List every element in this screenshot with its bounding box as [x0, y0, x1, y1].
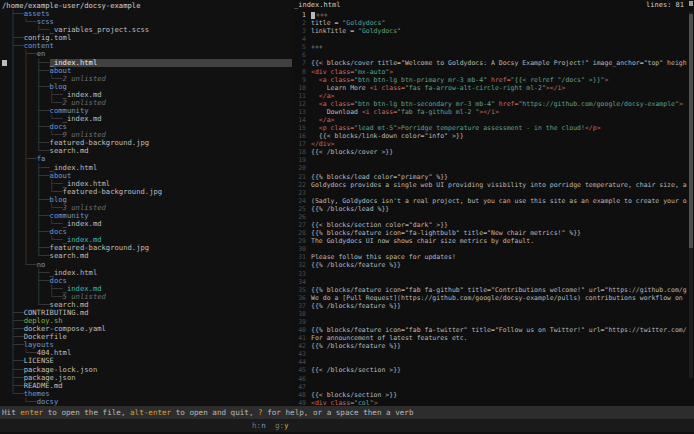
text-segment: alt-enter: [130, 408, 171, 417]
line-number: 22: [292, 181, 306, 189]
text-segment: Hit: [2, 408, 20, 417]
code-line: 31Please follow this space for updates!: [292, 253, 688, 261]
code-line: 16 {{< blocks/link-down color="info" >}}: [292, 132, 688, 140]
file-name: 2 unlisted: [63, 75, 106, 83]
text-segment: ></i>: [546, 84, 566, 92]
code-line: 13 Download <i class="fab fa-github ml-2…: [292, 108, 688, 116]
text-segment: "col": [354, 399, 374, 406]
code-line: 32{{% /blocks/feature %}}: [292, 261, 688, 269]
code-line: 12 <a class="btn btn-lg btn-secondary mr…: [292, 100, 688, 108]
text-segment: >: [679, 100, 683, 108]
text-segment: title =: [311, 19, 342, 27]
line-number: 6: [292, 51, 306, 59]
line-number: 23: [292, 189, 306, 197]
code-line: 46: [292, 375, 688, 383]
text-segment: <a class=: [311, 76, 354, 84]
text-segment: Please follow this space for updates!: [311, 253, 456, 261]
text-segment: {{< blocks/link-down color="info" >}}: [311, 132, 464, 140]
code-line: 39: [292, 318, 688, 326]
code-line: 35{{% blocks/feature icon="fab fa-github…: [292, 286, 688, 294]
file-name: _index.html: [50, 59, 292, 67]
text-segment: ></i>: [479, 108, 499, 116]
scroll-up-arrow-icon[interactable]: [689, 1, 693, 6]
line-number: 37: [292, 302, 306, 310]
text-segment: </a>: [311, 116, 334, 124]
selection-marker-icon: [2, 60, 7, 66]
code-line: 6: [292, 51, 688, 59]
text-segment: The Goldydocs UI now shows chair size me…: [311, 237, 534, 245]
file-tree-panel: /home/example-user/docsy-example ├──asse…: [0, 0, 292, 406]
text-segment: +++: [311, 43, 323, 51]
line-number: 49: [292, 399, 306, 406]
line-number: 3: [292, 27, 306, 35]
line-number: 39: [292, 318, 306, 326]
line-number: 48: [292, 391, 306, 399]
line-number: 46: [292, 375, 306, 383]
line-number: 17: [292, 140, 306, 148]
code-line: 40{{% blocks/feature icon="fab fa-twitte…: [292, 326, 688, 334]
code-line: 23: [292, 189, 688, 197]
code-line: 41For announcement of latest features et…: [292, 334, 688, 342]
text-segment: to open and quit,: [171, 408, 258, 417]
text-segment: href=: [495, 100, 518, 108]
mode-flags: h:n g:y: [252, 419, 289, 432]
text-segment: h:: [252, 421, 261, 430]
code-line: 49<div class="col">: [292, 399, 688, 406]
text-segment: {{< blocks/section color="dark" >}}: [311, 221, 448, 229]
code-line: 36We do a [Pull Request](https://github.…: [292, 294, 688, 302]
text-segment: </a>: [311, 92, 334, 100]
line-number: 4: [292, 35, 306, 43]
code-line: 27{{< blocks/section color="dark" >}}: [292, 221, 688, 229]
code-line: 33: [292, 270, 688, 278]
text-segment: {{< blocks/section >}}: [311, 391, 397, 399]
text-segment: {{% /blocks/feature %}}: [311, 261, 401, 269]
line-number: 40: [292, 326, 306, 334]
line-number: 15: [292, 124, 306, 132]
text-segment: >: [374, 399, 378, 406]
line-number: 25: [292, 205, 306, 213]
code-line: 21{{% blocks/lead color="primary" %}}: [292, 173, 688, 181]
file-name: featured-background.jpg: [63, 188, 163, 196]
code-line: 18{{< /blocks/cover >}}: [292, 148, 688, 156]
text-segment: +++: [316, 11, 328, 19]
line-number: 11: [292, 92, 306, 100]
text-segment: <i class=: [362, 108, 397, 116]
line-number: 31: [292, 253, 306, 261]
text-segment: <div class=: [311, 68, 354, 76]
code-line: 25{{% /blocks/lead %}}: [292, 205, 688, 213]
code-line: 37{{% /blocks/feature %}}: [292, 302, 688, 310]
line-number: 20: [292, 164, 306, 172]
line-number: 2: [292, 19, 306, 27]
scrollbar-thumb[interactable]: [689, 14, 693, 248]
code-line: 43: [292, 350, 688, 358]
line-number: 36: [292, 294, 306, 302]
text-segment: <i class=: [370, 84, 405, 92]
code-line: 5+++: [292, 43, 688, 51]
line-number: 1: [292, 11, 306, 19]
line-number: 16: [292, 132, 306, 140]
text-segment: linkTitle =: [311, 27, 358, 35]
line-number: 9: [292, 76, 306, 84]
text-segment: </p>: [585, 124, 601, 132]
preview-file-title: _index.html: [294, 0, 340, 10]
command-input-bar[interactable]: :e h:n g:y: [0, 419, 694, 432]
code-line: 34: [292, 278, 688, 286]
line-number: 24: [292, 197, 306, 205]
code-line: 3linkTitle = "Goldydocs": [292, 27, 688, 35]
line-number: 33: [292, 270, 306, 278]
code-line: 2title = "Goldydocs": [292, 19, 688, 27]
code-line: 47: [292, 383, 688, 391]
preview-line-count: lines: 81: [646, 0, 684, 10]
text-segment: >: [605, 76, 609, 84]
text-segment: {{< /blocks/cover >}}: [311, 148, 393, 156]
line-number: 28: [292, 229, 306, 237]
preview-panel: _index.html lines: 81 1+++2title = "Gold…: [292, 0, 694, 406]
line-number: 7: [292, 59, 306, 67]
text-segment: to open the file,: [43, 408, 130, 417]
preview-scrollbar[interactable]: [689, 12, 693, 378]
line-number: 45: [292, 366, 306, 374]
file-name: _index.md: [63, 115, 102, 123]
tree-item[interactable]: └──docsy: [0, 398, 292, 406]
code-line: 24(Sadly, Goldydocs isn't a real project…: [292, 197, 688, 205]
code-line: 10 Learn More <i class="fas fa-arrow-alt…: [292, 84, 688, 92]
